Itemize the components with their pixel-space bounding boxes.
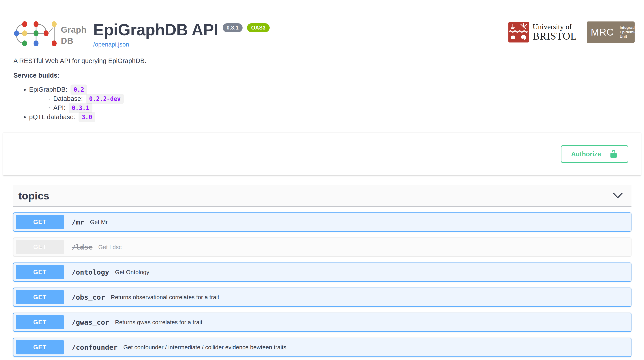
epigraphdb-graph-icon [14, 20, 57, 47]
build-label: API: [53, 104, 67, 111]
method-badge: GET [16, 340, 64, 355]
authorize-button[interactable]: Authorize [561, 145, 628, 163]
service-builds-heading: Service builds: [14, 72, 634, 79]
method-badge: GET [16, 290, 64, 304]
api-description: A RESTful Web API for querying EpiGraphD… [14, 57, 634, 65]
unlocked-padlock-icon [609, 150, 618, 159]
topics-section-header[interactable]: topics [13, 185, 632, 207]
service-builds-list: EpiGraphDB: 0.2Database: 0.2.2-devAPI: 0… [14, 85, 634, 122]
operations: GET/mrGet MrGET/ldscGet LdscGET/ontology… [13, 207, 632, 357]
version-badge: 0.3.1 [223, 23, 243, 32]
endpoint-row-ontology[interactable]: GET/ontologyGet Ontology [13, 263, 632, 282]
build-label: pQTL database: [29, 113, 77, 120]
openapi-spec-link[interactable]: /openapi.json [93, 41, 129, 48]
endpoint-path: /confounder [72, 343, 118, 351]
endpoint-row-confounder[interactable]: GET/confounderGet confounder / intermedi… [13, 338, 632, 357]
endpoint-row-obs_cor[interactable]: GET/obs_corReturns observational correla… [13, 288, 632, 307]
endpoint-summary: Get Ontology [115, 269, 149, 276]
service-build-item: API: 0.3.1 [53, 103, 634, 112]
chevron-down-icon [613, 192, 623, 199]
service-build-item: EpiGraphDB: 0.2Database: 0.2.2-devAPI: 0… [29, 85, 634, 112]
oas3-badge: OAS3 [247, 23, 270, 32]
build-label: Database: [53, 95, 84, 102]
mrc-abbr: MRC [591, 27, 614, 38]
endpoint-row-mr[interactable]: GET/mrGet Mr [13, 212, 632, 232]
endpoint-summary: Get Ldsc [98, 244, 122, 251]
method-badge: GET [16, 240, 64, 254]
mrc-unit-name: Integrative Epidemiology Unit [620, 25, 644, 39]
endpoint-summary: Returns observational correlates for a t… [111, 294, 219, 301]
build-label: EpiGraphDB: [29, 86, 69, 93]
collapse-section-button[interactable] [610, 192, 626, 199]
service-builds-container: EpiGraphDB: 0.2Database: 0.2.2-devAPI: 0… [14, 85, 634, 122]
endpoint-row-ldsc[interactable]: GET/ldscGet Ldsc [13, 238, 632, 257]
bristol-logo-line1: University of [532, 23, 577, 31]
page-header: Graph DB EpiGraphDB API 0.3.1 OAS3 /open… [0, 0, 644, 48]
epigraphdb-logo: Graph DB [14, 16, 86, 47]
topics-section: topics GET/mrGet MrGET/ldscGet LdscGET/o… [13, 185, 632, 357]
page-title: EpiGraphDB API [93, 21, 218, 38]
build-version-value: 0.3.1 [69, 103, 92, 113]
bristol-crest-icon [508, 22, 529, 42]
service-build-item: Database: 0.2.2-dev [53, 94, 634, 103]
bristol-logo: University of BRISTOL [508, 22, 577, 42]
brand-wordmark: Graph DB [61, 24, 86, 46]
mrc-ieu-logo: MRC Integrative Epidemiology Unit [587, 21, 634, 43]
scheme-container: Authorize [3, 133, 641, 175]
method-badge: GET [16, 215, 64, 229]
section-title: topics [18, 190, 49, 202]
api-title-block: EpiGraphDB API 0.3.1 OAS3 /openapi.json [93, 21, 270, 48]
bristol-logo-line2: BRISTOL [532, 31, 577, 41]
endpoint-summary: Returns gwas correlates for a trait [115, 319, 202, 326]
method-badge: GET [16, 265, 64, 279]
endpoint-path: /mr [72, 218, 84, 226]
endpoint-path: /ldsc [72, 243, 92, 251]
authorize-label: Authorize [571, 150, 601, 158]
service-build-item: pQTL database: 3.0 [29, 112, 634, 122]
api-info: A RESTful Web API for querying EpiGraphD… [14, 57, 634, 122]
build-version-value: 3.0 [78, 112, 95, 122]
endpoint-summary: Get confounder / intermediate / collider… [123, 344, 286, 351]
endpoint-path: /ontology [72, 268, 109, 276]
endpoint-row-gwas_cor[interactable]: GET/gwas_corReturns gwas correlates for … [13, 313, 632, 332]
build-version-value: 0.2.2-dev [86, 94, 124, 104]
service-builds-sublist: Database: 0.2.2-devAPI: 0.3.1 [29, 94, 634, 112]
endpoint-path: /obs_cor [72, 293, 105, 301]
partner-logos: University of BRISTOL MRC Integrative Ep… [508, 21, 634, 43]
endpoint-summary: Get Mr [90, 219, 108, 226]
build-version-value: 0.2 [70, 84, 87, 95]
method-badge: GET [16, 315, 64, 329]
endpoint-path: /gwas_cor [72, 318, 109, 326]
